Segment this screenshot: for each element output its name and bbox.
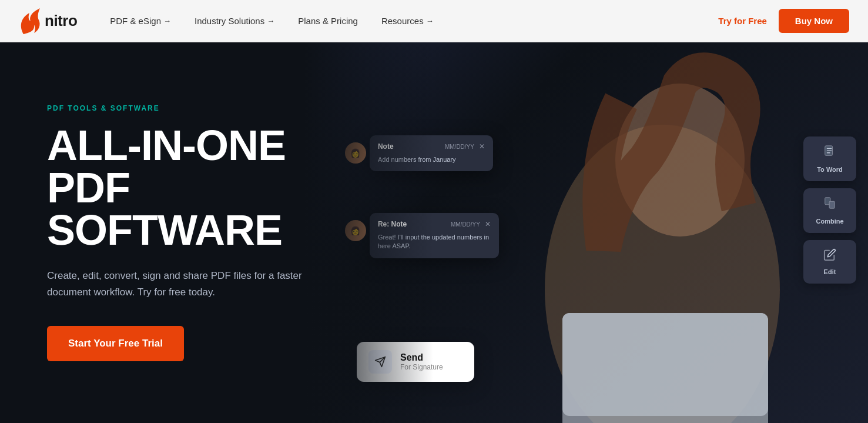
nav-item-pdf-esign[interactable]: PDF & eSign →: [100, 11, 180, 31]
to-word-icon: [823, 145, 836, 161]
note2-date: MM/DD/YY: [451, 221, 480, 228]
to-word-label: To Word: [817, 166, 843, 173]
hero-title: ALL-IN-ONE PDF SOFTWARE: [47, 124, 353, 251]
nav-menu: PDF & eSign → Industry Solutions → Plans…: [100, 11, 718, 31]
logo[interactable]: nitro: [19, 8, 77, 34]
hero-section: PDF TOOLS & SOFTWARE ALL-IN-ONE PDF SOFT…: [0, 42, 868, 423]
tool-card-combine[interactable]: Combine: [803, 188, 856, 233]
tool-card-edit[interactable]: Edit: [803, 240, 856, 284]
industry-solutions-arrow: →: [267, 16, 274, 25]
start-free-trial-button[interactable]: Start Your Free Trial: [47, 326, 184, 361]
tool-card-to-word[interactable]: To Word: [803, 136, 856, 181]
note2-close-icon: ✕: [485, 220, 491, 228]
note1-date: MM/DD/YY: [445, 144, 474, 150]
svg-rect-6: [829, 201, 835, 208]
pdf-esign-arrow: →: [163, 16, 171, 25]
combine-icon: [823, 196, 836, 213]
edit-label: Edit: [824, 268, 836, 275]
navbar: nitro PDF & eSign → Industry Solutions →…: [0, 0, 868, 42]
svg-rect-3: [562, 313, 768, 416]
note1-close-icon: ✕: [479, 142, 485, 151]
logo-text: nitro: [45, 12, 77, 30]
navbar-actions: Try for Free Buy Now: [718, 9, 849, 33]
hero-eyebrow: PDF TOOLS & SOFTWARE: [47, 104, 353, 112]
hero-subtitle: Create, edit, convert, sign and share PD…: [47, 268, 306, 299]
nav-item-plans-pricing[interactable]: Plans & Pricing: [289, 11, 367, 31]
edit-icon: [823, 248, 836, 264]
tool-cards: To Word Combine: [803, 136, 856, 284]
try-free-link[interactable]: Try for Free: [718, 16, 767, 26]
resources-arrow: →: [426, 16, 434, 25]
buy-now-button[interactable]: Buy Now: [779, 9, 849, 33]
hero-content: PDF TOOLS & SOFTWARE ALL-IN-ONE PDF SOFT…: [47, 104, 353, 361]
combine-label: Combine: [816, 218, 843, 225]
hero-visual: 👩 Note MM/DD/YY ✕ Add numbers from Janua…: [304, 42, 868, 423]
nav-item-industry-solutions[interactable]: Industry Solutions →: [185, 11, 284, 31]
logo-icon: [19, 8, 41, 34]
nav-item-resources[interactable]: Resources →: [372, 11, 443, 31]
